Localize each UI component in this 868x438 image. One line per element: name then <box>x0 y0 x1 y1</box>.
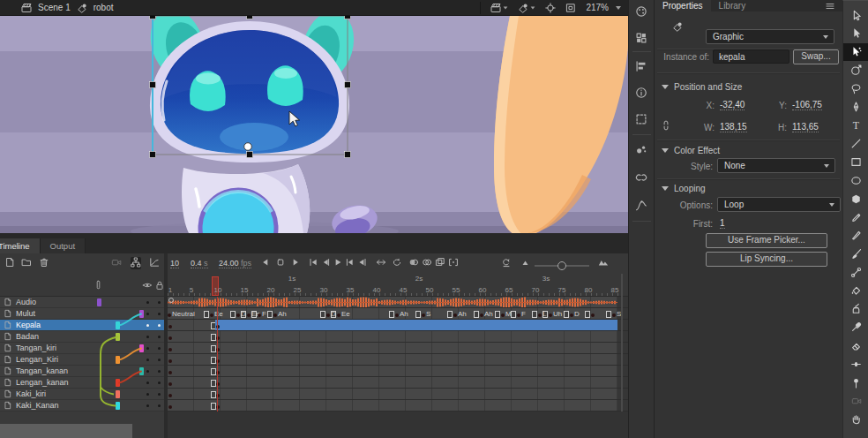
center-frame-button[interactable] <box>545 3 556 13</box>
lock-toggle-dot[interactable] <box>158 393 161 396</box>
modify-markers-button[interactable] <box>448 257 459 269</box>
lock-toggle-dot[interactable] <box>158 301 161 304</box>
frame-track-mulut[interactable]: NeutralEeDEeFAhDEeAhSAhAhMFLUhDS <box>168 308 628 320</box>
eyedropper-tool[interactable] <box>843 319 868 336</box>
visibility-toggle-dot[interactable] <box>146 370 149 373</box>
subselection-tool[interactable] <box>843 25 868 42</box>
edit-multiple-frames-button[interactable] <box>435 257 445 269</box>
section-position-size[interactable]: Position and Size <box>662 82 742 92</box>
polystar-tool[interactable] <box>843 190 868 208</box>
pin-tool[interactable] <box>843 374 868 391</box>
new-layer-button[interactable] <box>4 257 15 269</box>
go-last-frame-button[interactable] <box>357 257 368 269</box>
frame-track-kepala[interactable] <box>168 320 628 331</box>
text-tool[interactable]: T <box>843 117 868 134</box>
layer-item-kaki_kanan[interactable]: Kaki_Kanan <box>0 400 164 412</box>
zoom-select[interactable]: 217% <box>586 3 621 12</box>
visibility-toggle-dot[interactable] <box>146 301 149 304</box>
use-frame-picker-button[interactable]: Use Frame Picker... <box>706 233 827 248</box>
visibility-toggle-dot[interactable] <box>146 347 149 350</box>
rectangle-tool[interactable] <box>843 153 868 170</box>
selection-tool[interactable] <box>843 6 868 24</box>
layer-item-audio[interactable]: Audio <box>0 297 164 308</box>
style-select[interactable]: None <box>717 158 835 173</box>
layer-item-tangan_kiri[interactable]: Tangan_kiri <box>0 343 164 354</box>
link-dimensions-icon[interactable] <box>661 120 671 131</box>
oval-tool[interactable] <box>843 171 868 189</box>
layer-item-kepala[interactable]: Kepala <box>0 320 164 331</box>
eraser-tool[interactable] <box>843 336 868 354</box>
frame-track-kaki_kiri[interactable] <box>168 389 628 400</box>
info-panel-button[interactable] <box>635 87 647 101</box>
transform-panel-button[interactable] <box>635 113 647 127</box>
layer-item-mulut[interactable]: Mulut <box>0 308 164 320</box>
tab-properties[interactable]: Properties <box>655 0 711 11</box>
ink-bottle-tool[interactable] <box>843 300 868 318</box>
motion-editor-panel-button[interactable] <box>635 200 647 214</box>
layer-item-kaki_kiri[interactable]: Kaki_kiri <box>0 389 164 400</box>
frame-track-kaki_kanan[interactable] <box>168 400 628 412</box>
frame-track-badan[interactable] <box>168 331 628 343</box>
paint-bucket-tool[interactable] <box>843 282 868 299</box>
lock-toggle-dot[interactable] <box>158 404 161 407</box>
lip-syncing-button[interactable]: Lip Syncing... <box>706 252 827 267</box>
go-first-frame-button[interactable] <box>308 257 318 269</box>
step-back-button[interactable] <box>320 257 331 269</box>
visibility-toggle-dot[interactable] <box>146 336 149 338</box>
visibility-toggle-dot[interactable] <box>146 393 149 396</box>
onion-outlines-button[interactable] <box>422 257 432 269</box>
current-frame-field[interactable]: 10 <box>170 259 179 268</box>
loop-playback-button[interactable] <box>392 257 402 269</box>
zoom-out-frames-button[interactable] <box>520 257 531 269</box>
visibility-toggle-dot[interactable] <box>146 404 149 407</box>
next-frame-button[interactable] <box>290 257 301 269</box>
frame-track-audio[interactable] <box>168 297 628 308</box>
hand-tool[interactable] <box>843 411 868 428</box>
lock-toggle-dot[interactable] <box>158 324 161 327</box>
line-tool[interactable] <box>843 135 868 153</box>
lock-toggle-dot[interactable] <box>158 370 161 373</box>
breadcrumb-scene[interactable]: Scene 1 <box>38 3 71 12</box>
eye-icon[interactable] <box>142 280 153 292</box>
lock-toggle-dot[interactable] <box>158 347 161 350</box>
visibility-toggle-dot[interactable] <box>146 313 149 315</box>
pen-tool[interactable] <box>843 98 868 116</box>
section-looping[interactable]: Looping <box>662 184 706 193</box>
color-panel-button[interactable] <box>635 5 647 19</box>
first-frame-value[interactable]: 1 <box>720 218 725 229</box>
symbol-type-select[interactable]: Graphic <box>706 29 834 44</box>
graph-editor-button[interactable] <box>149 257 160 269</box>
frame-track-tangan_kanan[interactable] <box>168 366 628 377</box>
layer-item-lengan_kanan[interactable]: Lengan_kanan <box>0 377 164 389</box>
edit-scene-button[interactable] <box>490 3 508 13</box>
y-value[interactable]: -106,75 <box>792 100 822 110</box>
layer-item-lengan_kiri[interactable]: Lengan_Kiri <box>0 354 164 366</box>
tab-timeline[interactable]: Timeline <box>0 238 41 253</box>
section-color-effect[interactable]: Color Effect <box>662 146 720 155</box>
w-value[interactable]: 138,15 <box>720 122 747 132</box>
reset-timeline-zoom-button[interactable] <box>501 257 512 269</box>
tab-library[interactable]: Library <box>711 0 754 11</box>
lock-toggle-dot[interactable] <box>158 359 161 361</box>
paint-brush-tool[interactable] <box>843 245 868 262</box>
width-tool[interactable] <box>843 355 868 373</box>
step-forward-button[interactable] <box>345 257 355 269</box>
brush-library-panel-button[interactable] <box>635 143 647 157</box>
loop-options-select[interactable]: Loop <box>717 197 841 212</box>
panel-menu-icon[interactable] <box>825 1 835 11</box>
camera-tool[interactable] <box>843 392 868 410</box>
prev-frame-button[interactable] <box>260 257 271 269</box>
gradient-transform-tool[interactable] <box>843 61 868 79</box>
lock-toggle-dot[interactable] <box>158 336 161 338</box>
cc-libraries-panel-button[interactable] <box>635 171 647 185</box>
onion-skin-button[interactable] <box>408 257 419 269</box>
asset-warp-tool[interactable] <box>843 43 868 61</box>
stop-button[interactable] <box>275 257 286 269</box>
frame-track-lengan_kiri[interactable] <box>168 354 628 366</box>
clip-content-button[interactable] <box>565 3 576 13</box>
zoom-in-frames-button[interactable] <box>598 257 609 269</box>
layer-item-badan[interactable]: Badan <box>0 331 164 343</box>
instance-name-field[interactable]: kepala <box>713 49 789 64</box>
tab-output[interactable]: Output <box>41 238 86 253</box>
brush-tool[interactable] <box>843 227 868 245</box>
